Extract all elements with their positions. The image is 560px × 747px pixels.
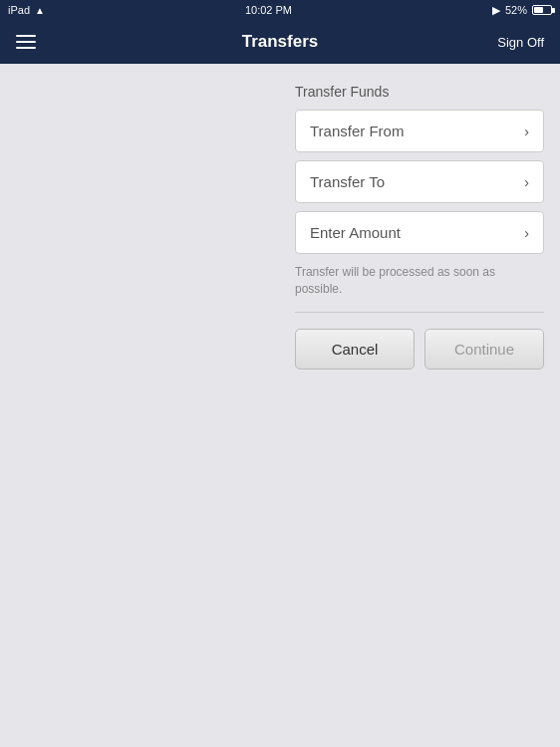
divider bbox=[295, 312, 544, 313]
status-time: 10:02 PM bbox=[245, 4, 292, 16]
page-title: Transfers bbox=[242, 32, 319, 52]
nav-bar: Transfers Sign Off bbox=[0, 20, 560, 64]
transfer-to-chevron-icon: › bbox=[524, 174, 529, 190]
section-title: Transfer Funds bbox=[295, 84, 544, 100]
main-content: Transfer Funds Transfer From › Transfer … bbox=[0, 64, 560, 747]
right-panel: Transfer Funds Transfer From › Transfer … bbox=[279, 64, 560, 747]
menu-button[interactable] bbox=[10, 29, 42, 55]
status-bar: iPad ▲ 10:02 PM ▶ 52% bbox=[0, 0, 560, 20]
sign-off-button[interactable]: Sign Off bbox=[491, 31, 550, 54]
left-panel bbox=[0, 64, 279, 747]
transfer-from-label: Transfer From bbox=[310, 123, 404, 139]
bluetooth-icon: ▶ bbox=[492, 4, 500, 17]
continue-button[interactable]: Continue bbox=[424, 329, 544, 370]
button-row: Cancel Continue bbox=[295, 329, 544, 370]
transfer-from-field[interactable]: Transfer From › bbox=[295, 110, 544, 152]
info-text: Transfer will be processed as soon as po… bbox=[295, 264, 544, 298]
battery-percent: 52% bbox=[505, 4, 527, 16]
transfer-to-field[interactable]: Transfer To › bbox=[295, 160, 544, 203]
cancel-button[interactable]: Cancel bbox=[295, 329, 415, 370]
enter-amount-label: Enter Amount bbox=[310, 224, 401, 241]
enter-amount-field[interactable]: Enter Amount › bbox=[295, 211, 544, 254]
battery-icon bbox=[532, 5, 552, 15]
transfer-to-label: Transfer To bbox=[310, 173, 385, 190]
transfer-from-chevron-icon: › bbox=[524, 124, 529, 139]
carrier-label: iPad bbox=[8, 4, 30, 16]
status-right: ▶ 52% bbox=[492, 4, 552, 17]
enter-amount-chevron-icon: › bbox=[524, 225, 529, 241]
status-left: iPad ▲ bbox=[8, 4, 45, 16]
wifi-icon: ▲ bbox=[35, 5, 45, 16]
